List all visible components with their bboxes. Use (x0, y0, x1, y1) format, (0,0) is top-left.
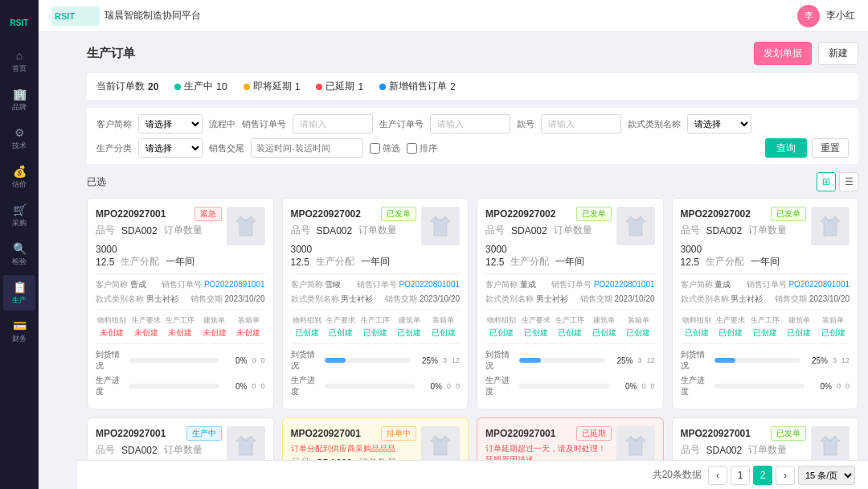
style-input[interactable] (541, 114, 621, 134)
card-3[interactable]: MPO220927002 已发单 品号 SDA002 订单数量 3000 12.… (672, 198, 859, 409)
filter-bar: 客户简称 请选择 流程中 销售订单号 生产订单号 款号 款式类别名称 请选择 生… (87, 108, 858, 164)
header-buttons: 发划单据 新建 (754, 42, 858, 65)
topbar-right: 李 李小红 (797, 5, 855, 27)
sidebar-item-check[interactable]: 🔍 检验 (3, 236, 35, 272)
dept-label: 生产分类 (96, 142, 132, 154)
sidebar-item-production[interactable]: 📋 生产 (3, 275, 35, 310)
filter-check-label: 筛选 (383, 142, 400, 154)
card-header: MPO220927001 生产中 品号 SDA002 订单数量 3000 12.… (96, 426, 265, 460)
grid-view-button[interactable]: ⊞ (817, 172, 836, 191)
overdue-dot (316, 84, 322, 90)
production-icon: 📋 (13, 281, 27, 294)
sidebar-item-finance[interactable]: 💳 财务 (3, 314, 35, 349)
footer: 共20条数据 ‹ 1 2 › 15 条/页 20 条/页 50 条/页 (77, 460, 868, 489)
filter-checkbox[interactable]: 筛选 (370, 142, 400, 154)
prod-order-input[interactable] (430, 114, 510, 134)
dispatch-button[interactable]: 发划单据 (754, 42, 812, 65)
cards-grid: MPO220927001 紧急 品号 SDA002 订单数量 3000 12.5… (87, 198, 858, 460)
card-header: MPO220927001 已延期 订单延期超过一天，请及时处理！延期原因描述 品… (485, 426, 655, 460)
list-view-button[interactable]: ☰ (839, 172, 858, 191)
svg-text:RSIT: RSIT (55, 11, 75, 21)
stat-total: 当前订单数 20 (96, 80, 158, 93)
avatar: 李 (797, 5, 820, 27)
page-header: 生产订单 发划单据 新建 (87, 42, 858, 65)
tech-icon: ⚙ (14, 126, 25, 139)
card-header: MPO220927002 已发单 品号 SDA002 订单数量 3000 12.… (291, 207, 461, 269)
card-2[interactable]: MPO220927002 已发单 品号 SDA002 订单数量 3000 12.… (477, 198, 664, 409)
brand: RSIT 瑞晨智能制造协同平台 (51, 6, 201, 26)
shirt-image (421, 207, 460, 245)
check-icon: 🔍 (13, 242, 27, 255)
new-button[interactable]: 新建 (818, 42, 858, 65)
dept-select[interactable]: 请选择 (138, 138, 203, 158)
section-header: 已选 ⊞ ☰ (87, 172, 858, 191)
shirt-image (616, 426, 655, 460)
sort-checkbox[interactable]: 排序 (407, 142, 437, 154)
card-7[interactable]: MPO220927001 已发单 品号 SDA002 订单数量 3000 12.… (672, 417, 859, 460)
card-header: MPO220927002 已发单 品号 SDA002 订单数量 3000 12.… (681, 207, 850, 269)
card-header: MPO220927001 排单中 订单分配到供应商采购品品品 品号 SDA002… (291, 426, 461, 460)
customer-select[interactable]: 请选择 (138, 114, 203, 134)
shirt-image (227, 207, 265, 245)
prev-page-button[interactable]: ‹ (708, 466, 727, 485)
sidebar-item-tech-label: 技术 (12, 141, 27, 151)
date-range-input[interactable] (251, 138, 363, 158)
sort-check-label: 排序 (420, 142, 437, 154)
stat-overdue-val: 1 (358, 81, 363, 92)
prod-order-label: 生产订单号 (379, 118, 424, 130)
stats-bar: 当前订单数 20 生产中 10 即将延期 1 已延期 1 新增销售订单 (87, 73, 858, 100)
page-1-button[interactable]: 1 (731, 466, 750, 485)
purchase-icon: 🛒 (13, 203, 27, 216)
filter-check[interactable] (370, 143, 380, 154)
sidebar-item-quote-label: 估价 (12, 179, 27, 190)
topbar: RSIT 瑞晨智能制造协同平台 李 李小红 (39, 0, 868, 32)
username: 李小红 (826, 9, 855, 23)
card-header: MPO220927001 已发单 品号 SDA002 订单数量 3000 12.… (681, 426, 850, 460)
shirt-image (616, 207, 655, 245)
producing-dot (174, 84, 181, 90)
sidebar-item-quote[interactable]: 💰 估价 (3, 159, 35, 195)
sidebar-item-production-label: 生产 (12, 295, 27, 306)
stat-total-label: 当前订单数 (96, 80, 145, 93)
page-size-select[interactable]: 15 条/页 20 条/页 50 条/页 (798, 466, 855, 485)
cancelled-dot (379, 84, 386, 90)
quote-icon: 💰 (13, 165, 27, 178)
sidebar-item-tech[interactable]: ⚙ 技术 (3, 121, 35, 156)
sidebar-item-brand[interactable]: 🏢 品牌 (3, 82, 35, 117)
sort-check[interactable] (407, 143, 417, 154)
sidebar-item-check-label: 检验 (12, 257, 27, 267)
search-button[interactable]: 查询 (765, 138, 807, 158)
page-3-button[interactable]: › (776, 466, 795, 485)
style-label: 款号 (517, 118, 534, 130)
main: 生产订单 发划单据 新建 当前订单数 20 生产中 10 即将延期 1 (77, 32, 868, 489)
card-header: MPO220927001 紧急 品号 SDA002 订单数量 3000 12.5… (96, 207, 265, 269)
card-4[interactable]: MPO220927001 生产中 品号 SDA002 订单数量 3000 12.… (87, 417, 274, 460)
stat-cancelled-label: 新增销售订单 (389, 80, 447, 93)
sidebar-item-purchase-label: 采购 (12, 218, 27, 228)
stat-upcoming-val: 1 (295, 81, 301, 92)
stat-producing-val: 10 (216, 81, 227, 92)
total-records: 共20条数据 (653, 468, 702, 482)
sidebar-item-purchase[interactable]: 🛒 采购 (3, 198, 35, 233)
stat-overdue-label: 已延期 (326, 80, 354, 93)
content-area: 生产订单 发划单据 新建 当前订单数 20 生产中 10 即将延期 1 (77, 32, 868, 460)
card-6[interactable]: MPO220927001 已延期 订单延期超过一天，请及时处理！延期原因描述 品… (477, 417, 664, 460)
card-5[interactable]: MPO220927001 排单中 订单分配到供应商采购品品品 品号 SDA002… (282, 417, 469, 460)
reset-button[interactable]: 重置 (812, 138, 849, 158)
shirt-image (227, 426, 265, 460)
card-1[interactable]: MPO220927002 已发单 品号 SDA002 订单数量 3000 12.… (282, 198, 469, 409)
card-header: MPO220927002 已发单 品号 SDA002 订单数量 3000 12.… (485, 207, 655, 269)
view-buttons: ⊞ ☰ (817, 172, 858, 191)
finance-icon: 💳 (13, 319, 27, 332)
style-type-label: 款式类别名称 (628, 118, 681, 130)
stat-total-val: 20 (148, 81, 158, 92)
style-type-select[interactable]: 请选择 (687, 114, 751, 134)
page-2-button[interactable]: 2 (753, 466, 772, 485)
stat-producing: 生产中 10 (174, 80, 227, 93)
order-num-input[interactable] (293, 114, 373, 134)
brand-name: 瑞晨智能制造协同平台 (104, 9, 201, 23)
brand-icon: 🏢 (13, 88, 27, 101)
sidebar: RSIT ⌂ 首页 🏢 品牌 ⚙ 技术 💰 估价 🛒 采购 🔍 检验 📋 生产 … (0, 0, 39, 489)
card-0[interactable]: MPO220927001 紧急 品号 SDA002 订单数量 3000 12.5… (87, 198, 274, 409)
sidebar-item-home[interactable]: ⌂ 首页 (3, 43, 35, 79)
